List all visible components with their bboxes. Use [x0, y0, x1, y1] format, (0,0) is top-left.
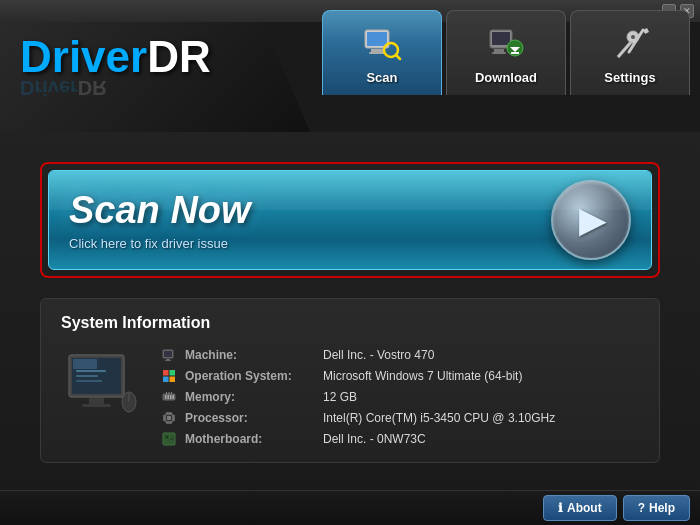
system-info-title: System Information — [61, 314, 639, 332]
help-icon: ? — [638, 501, 645, 515]
system-info-panel: System Information — [40, 298, 660, 463]
scan-now-button[interactable]: Scan Now Click here to fix driver issue … — [48, 170, 652, 270]
svg-rect-22 — [76, 370, 106, 372]
scan-now-arrow-button[interactable]: ▶ — [551, 180, 631, 260]
scan-now-subtitle: Click here to fix driver issue — [69, 236, 251, 251]
arrow-right-icon: ▶ — [579, 199, 607, 241]
info-table: Machine: Dell Inc. - Vostro 470 Operatio… — [161, 347, 639, 447]
tab-download-label: Download — [475, 70, 537, 85]
svg-rect-21 — [82, 404, 111, 407]
svg-rect-30 — [165, 360, 171, 361]
svg-rect-33 — [163, 377, 169, 383]
svg-rect-41 — [169, 392, 170, 394]
svg-rect-45 — [167, 416, 171, 420]
svg-rect-42 — [171, 392, 172, 394]
svg-rect-36 — [165, 395, 167, 399]
scan-now-wrapper: Scan Now Click here to fix driver issue … — [40, 162, 660, 278]
svg-point-14 — [631, 35, 635, 39]
tab-scan[interactable]: Scan — [322, 10, 442, 95]
svg-rect-7 — [492, 32, 510, 45]
tab-settings[interactable]: Settings — [570, 10, 690, 95]
tab-scan-label: Scan — [366, 70, 397, 85]
info-row-memory: Memory: 12 GB — [161, 389, 639, 405]
svg-rect-34 — [170, 377, 176, 383]
svg-rect-3 — [369, 52, 385, 54]
motherboard-icon — [161, 431, 177, 447]
svg-rect-39 — [173, 395, 175, 399]
scan-tab-icon — [361, 22, 403, 64]
nav-tabs: Scan Download — [322, 10, 690, 95]
download-tab-icon — [485, 22, 527, 64]
svg-rect-1 — [367, 32, 387, 46]
memory-icon — [161, 389, 177, 405]
info-row-machine: Machine: Dell Inc. - Vostro 470 — [161, 347, 639, 363]
svg-line-5 — [396, 55, 400, 59]
info-row-os: Operation System: Microsoft Windows 7 Ul… — [161, 368, 639, 384]
settings-tab-icon — [609, 22, 651, 64]
svg-rect-9 — [492, 52, 506, 54]
os-icon — [161, 368, 177, 384]
memory-label: Memory: — [185, 390, 315, 404]
scan-now-text: Scan Now Click here to fix driver issue — [69, 189, 251, 251]
info-row-motherboard: Motherboard: Dell Inc. - 0NW73C — [161, 431, 639, 447]
bottom-bar: ℹ About ? Help — [0, 490, 700, 525]
machine-value: Dell Inc. - Vostro 470 — [323, 348, 434, 362]
info-row-processor: Processor: Intel(R) Core(TM) i5-3450 CPU… — [161, 410, 639, 426]
processor-label: Processor: — [185, 411, 315, 425]
tab-download[interactable]: Download — [446, 10, 566, 95]
svg-rect-23 — [76, 375, 98, 377]
svg-rect-20 — [89, 398, 104, 404]
svg-rect-59 — [165, 435, 169, 439]
svg-rect-2 — [371, 49, 383, 52]
motherboard-label: Motherboard: — [185, 432, 315, 446]
os-value: Microsoft Windows 7 Ultimate (64-bit) — [323, 369, 522, 383]
system-info-content: Machine: Dell Inc. - Vostro 470 Operatio… — [61, 347, 639, 447]
svg-rect-60 — [170, 435, 173, 437]
logo-reflection: DriverDR — [20, 78, 211, 98]
scan-now-title: Scan Now — [69, 189, 251, 232]
about-label: About — [567, 501, 602, 515]
svg-rect-28 — [164, 351, 172, 357]
logo-dr-text: DR — [147, 32, 211, 81]
processor-icon — [161, 410, 177, 426]
svg-rect-32 — [170, 370, 176, 376]
memory-value: 12 GB — [323, 390, 357, 404]
main-content: Scan Now Click here to fix driver issue … — [0, 132, 700, 490]
logo-driver-text: Driver — [20, 32, 147, 81]
about-icon: ℹ — [558, 501, 563, 515]
tab-settings-label: Settings — [604, 70, 655, 85]
logo: DriverDR DriverDR — [20, 32, 211, 102]
svg-rect-40 — [166, 392, 167, 394]
computer-icon — [61, 347, 141, 427]
svg-rect-31 — [163, 370, 169, 376]
svg-rect-38 — [170, 395, 172, 399]
help-label: Help — [649, 501, 675, 515]
machine-label: Machine: — [185, 348, 315, 362]
os-label: Operation System: — [185, 369, 315, 383]
about-button[interactable]: ℹ About — [543, 495, 617, 521]
machine-icon — [161, 347, 177, 363]
help-button[interactable]: ? Help — [623, 495, 690, 521]
svg-rect-37 — [168, 395, 170, 399]
motherboard-value: Dell Inc. - 0NW73C — [323, 432, 426, 446]
svg-rect-19 — [73, 359, 97, 369]
svg-rect-24 — [76, 380, 102, 382]
svg-rect-8 — [494, 49, 504, 52]
processor-value: Intel(R) Core(TM) i5-3450 CPU @ 3.10GHz — [323, 411, 555, 425]
